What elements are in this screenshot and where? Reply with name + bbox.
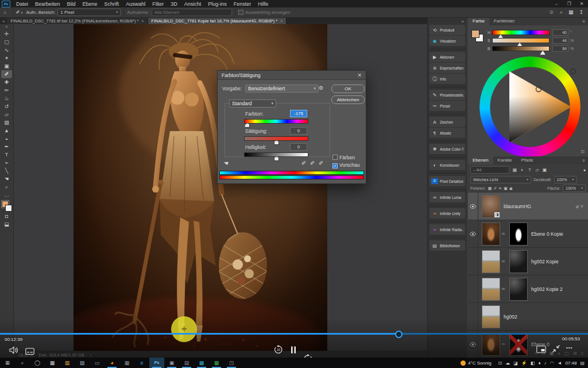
- type-tool[interactable]: T: [1, 151, 12, 159]
- video-progress-bar[interactable]: [0, 333, 588, 335]
- task-view-icon[interactable]: ▦: [45, 358, 60, 368]
- layer-thumbnail[interactable]: [482, 278, 500, 301]
- crop-tool[interactable]: ▣: [1, 62, 12, 70]
- slider-thumb-b[interactable]: [540, 51, 546, 55]
- panel-adobe-color[interactable]: ✾Adobe Color-T...: [430, 144, 465, 154]
- tray-network-icon[interactable]: ◠: [550, 361, 554, 366]
- layer-visibility-empty[interactable]: [468, 248, 478, 275]
- lock-transparency-icon[interactable]: ▦: [488, 186, 492, 191]
- dodge-tool[interactable]: ◒: [1, 135, 12, 143]
- panel-aktionen[interactable]: ▶Aktionen: [430, 52, 465, 62]
- panel-absatz[interactable]: ¶Absatz: [430, 128, 465, 138]
- panel-visualizer[interactable]: ◉Visualizer: [430, 36, 465, 46]
- color-wheel[interactable]: [479, 56, 581, 158]
- tray-display-icon[interactable]: ⊡: [498, 361, 502, 366]
- panel-menu-icon[interactable]: ≡: [582, 19, 588, 24]
- pause-icon[interactable]: [291, 346, 296, 356]
- layer-thumbnail[interactable]: [482, 305, 500, 328]
- fullscreen-exit-icon[interactable]: [552, 344, 560, 355]
- panel-pinsel[interactable]: ✑Pinsel: [430, 101, 465, 111]
- preview-checkbox[interactable]: ✓: [332, 163, 338, 168]
- slider-track-b[interactable]: [492, 46, 550, 51]
- panel-foreground-swatch[interactable]: [471, 30, 479, 38]
- eyedropper-tool[interactable]: ✐: [1, 70, 12, 78]
- fill-select[interactable]: 100%▾: [563, 185, 586, 192]
- app-photoshop[interactable]: Ps: [149, 358, 164, 368]
- share-icon[interactable]: ↥: [579, 9, 583, 16]
- layer-thumbnail[interactable]: [482, 250, 500, 273]
- tray-usb-icon[interactable]: ⚡: [521, 361, 527, 366]
- tray-app1-icon[interactable]: ◧: [531, 361, 535, 366]
- notification-center-icon[interactable]: ▤: [580, 361, 585, 366]
- tray-gpu-icon[interactable]: ◪: [513, 361, 518, 366]
- layer-thumbnail[interactable]: ◨: [482, 195, 500, 218]
- app-generic-4[interactable]: ▤: [179, 358, 194, 368]
- restore-button[interactable]: ❐: [563, 1, 575, 6]
- panel-pixel-detailizer[interactable]: ≡Pixel Detailizer 3: [430, 176, 465, 186]
- layer-mask-thumbnail[interactable]: [509, 250, 528, 273]
- tab-kanäle[interactable]: Kanäle: [493, 156, 517, 164]
- eyedropper-add-icon[interactable]: ✐: [310, 160, 315, 166]
- toolbar-collapse-chevron[interactable]: »: [6, 25, 8, 30]
- filter-toggle-icon[interactable]: ●: [583, 168, 586, 172]
- menu-auswahl[interactable]: Auswahl: [122, 1, 149, 7]
- zoom-tool[interactable]: ⌕: [1, 183, 12, 191]
- layers-panel-menu-icon[interactable]: ≡: [582, 158, 588, 163]
- quick-selection-tool[interactable]: ✶: [1, 54, 12, 62]
- lasso-tool[interactable]: ∿: [1, 46, 12, 54]
- app-firefox[interactable]: ◕: [105, 358, 119, 368]
- tray-onedrive-icon[interactable]: ☁: [505, 361, 510, 366]
- lightness-slider-thumb[interactable]: [274, 156, 279, 161]
- dialog-close-icon[interactable]: ✕: [357, 72, 362, 78]
- slider-track-h[interactable]: [492, 30, 550, 35]
- filter-adjustment-layers-icon[interactable]: ◐: [519, 167, 526, 172]
- dialog-title-bar[interactable]: Farbton/Sättigung ✕: [218, 71, 366, 80]
- eyedropper-sample-icon[interactable]: ✐: [301, 160, 306, 166]
- cancel-button[interactable]: Abbrechen: [331, 95, 365, 104]
- filter-shape-layers-icon[interactable]: ▱: [533, 167, 541, 172]
- pen-tool[interactable]: ✒: [1, 143, 12, 151]
- layer-visibility-eye-icon[interactable]: [468, 220, 478, 247]
- background-color-swatch[interactable]: [5, 205, 12, 212]
- line-tool[interactable]: ╲: [1, 167, 12, 175]
- eraser-tool[interactable]: ▱: [1, 110, 12, 118]
- layer-name[interactable]: blauraumHG: [504, 204, 531, 209]
- lock-position-icon[interactable]: ✛: [498, 186, 502, 191]
- saturation-value-field[interactable]: 0: [290, 127, 307, 135]
- layer-row-5[interactable]: hg002: [468, 303, 588, 331]
- opacity-select[interactable]: 100%▾: [554, 176, 577, 183]
- lightness-value-field[interactable]: 0: [290, 143, 307, 151]
- sample-size-select[interactable]: 1 Pixel▾: [57, 9, 121, 16]
- delete-layer-icon[interactable]: ▯: [581, 351, 583, 356]
- filter-type-layers-icon[interactable]: T: [526, 167, 533, 172]
- pip-icon[interactable]: [536, 345, 546, 355]
- clone-stamp-tool[interactable]: ♨: [1, 94, 12, 102]
- layer-search-field[interactable]: ⌕ Art: [470, 166, 509, 174]
- colorize-checkbox[interactable]: [332, 155, 338, 160]
- blur-tool[interactable]: ▲: [1, 126, 12, 135]
- close-button[interactable]: ✕: [575, 1, 588, 6]
- slider-value-s[interactable]: 44: [552, 37, 568, 44]
- tab-farbe[interactable]: Farbe: [468, 17, 489, 25]
- document-tab-2[interactable]: FINALBILD_DSC_7781 Kopie bei 16,7% (blau…: [148, 17, 287, 24]
- preset-gear-icon[interactable]: ⚙: [319, 85, 323, 91]
- healing-brush-tool[interactable]: ✚: [1, 78, 12, 86]
- menu-ebene[interactable]: Ebene: [79, 1, 101, 7]
- menu-schrift[interactable]: Schrift: [101, 1, 123, 7]
- weather-widget[interactable]: 4°C Sonnig: [457, 361, 495, 366]
- history-brush-tool[interactable]: ↺: [1, 102, 12, 110]
- video-progress-handle[interactable]: [395, 331, 403, 338]
- start-button[interactable]: ⊞: [0, 358, 15, 368]
- slider-value-b[interactable]: 84: [552, 45, 568, 52]
- panel-eigenschaften[interactable]: ≋Eigenschaften: [430, 63, 465, 73]
- hand-tool[interactable]: ☚: [1, 175, 12, 183]
- path-selection-tool[interactable]: ➢: [1, 159, 12, 167]
- preset-select[interactable]: Benutzerdefiniert▾: [245, 85, 319, 93]
- app-generic-6[interactable]: ◳: [224, 358, 239, 368]
- layer-name[interactable]: hg002: [504, 314, 517, 320]
- account-icon[interactable]: ☺: [549, 9, 554, 16]
- layer-row-2[interactable]: 8Ebene 0 Kopie: [468, 220, 588, 248]
- channel-select[interactable]: Standard▾: [229, 99, 276, 108]
- layer-row-4[interactable]: 8hg002 Kopie 2: [468, 275, 588, 303]
- layer-visibility-empty[interactable]: [468, 303, 478, 330]
